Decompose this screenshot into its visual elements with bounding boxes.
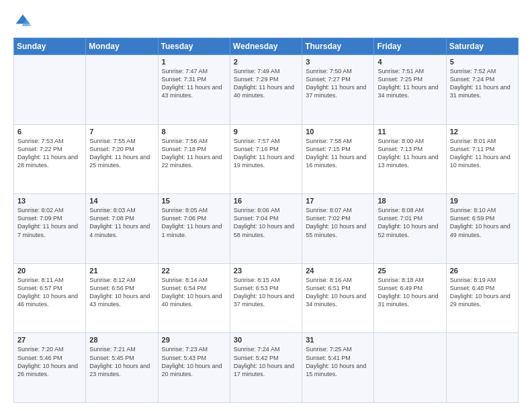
header [13, 12, 519, 31]
calendar-cell: 17Sunrise: 8:07 AMSunset: 7:02 PMDayligh… [302, 194, 374, 264]
calendar-cell: 13Sunrise: 8:02 AMSunset: 7:09 PMDayligh… [14, 194, 86, 264]
page: SundayMondayTuesdayWednesdayThursdayFrid… [0, 0, 532, 411]
calendar-cell: 20Sunrise: 8:11 AMSunset: 6:57 PMDayligh… [14, 263, 86, 333]
cell-info: Sunrise: 8:12 AMSunset: 6:56 PMDaylight:… [89, 276, 154, 309]
calendar-cell: 4Sunrise: 7:51 AMSunset: 7:25 PMDaylight… [374, 55, 446, 125]
cell-info: Sunrise: 8:01 AMSunset: 7:11 PMDaylight:… [450, 137, 515, 170]
cell-info: Sunrise: 7:24 AMSunset: 5:42 PMDaylight:… [234, 345, 298, 378]
calendar-cell: 5Sunrise: 7:52 AMSunset: 7:24 PMDaylight… [446, 55, 518, 125]
calendar-cell: 31Sunrise: 7:25 AMSunset: 5:41 PMDayligh… [302, 333, 374, 403]
calendar-cell: 22Sunrise: 8:14 AMSunset: 6:54 PMDayligh… [158, 263, 230, 333]
calendar-cell: 25Sunrise: 8:18 AMSunset: 6:49 PMDayligh… [374, 263, 446, 333]
day-number: 28 [89, 336, 154, 344]
calendar-cell: 12Sunrise: 8:01 AMSunset: 7:11 PMDayligh… [446, 124, 518, 194]
calendar-day-header-saturday: Saturday [446, 38, 518, 55]
cell-info: Sunrise: 7:55 AMSunset: 7:20 PMDaylight:… [89, 137, 154, 170]
calendar-cell: 9Sunrise: 7:57 AMSunset: 7:16 PMDaylight… [230, 124, 302, 194]
cell-info: Sunrise: 7:58 AMSunset: 7:15 PMDaylight:… [306, 137, 370, 170]
calendar-week-row: 20Sunrise: 8:11 AMSunset: 6:57 PMDayligh… [14, 263, 519, 333]
calendar-cell: 23Sunrise: 8:15 AMSunset: 6:53 PMDayligh… [230, 263, 302, 333]
day-number: 26 [450, 267, 515, 275]
calendar-day-header-monday: Monday [86, 38, 158, 55]
day-number: 22 [162, 267, 226, 275]
cell-info: Sunrise: 8:15 AMSunset: 6:53 PMDaylight:… [234, 276, 298, 309]
calendar-cell: 21Sunrise: 8:12 AMSunset: 6:56 PMDayligh… [86, 263, 158, 333]
day-number: 18 [378, 197, 442, 205]
day-number: 24 [306, 267, 370, 275]
cell-info: Sunrise: 8:00 AMSunset: 7:13 PMDaylight:… [378, 137, 442, 170]
calendar-day-header-tuesday: Tuesday [158, 38, 230, 55]
cell-info: Sunrise: 8:07 AMSunset: 7:02 PMDaylight:… [306, 206, 370, 239]
cell-info: Sunrise: 7:52 AMSunset: 7:24 PMDaylight:… [450, 67, 515, 100]
calendar-cell: 1Sunrise: 7:47 AMSunset: 7:31 PMDaylight… [158, 55, 230, 125]
day-number: 7 [89, 128, 154, 136]
calendar-day-header-wednesday: Wednesday [230, 38, 302, 55]
day-number: 11 [378, 128, 442, 136]
day-number: 16 [234, 197, 298, 205]
calendar-cell: 26Sunrise: 8:19 AMSunset: 6:48 PMDayligh… [446, 263, 518, 333]
day-number: 21 [89, 267, 154, 275]
day-number: 9 [234, 128, 298, 136]
cell-info: Sunrise: 7:47 AMSunset: 7:31 PMDaylight:… [162, 67, 226, 100]
calendar-cell: 24Sunrise: 8:16 AMSunset: 6:51 PMDayligh… [302, 263, 374, 333]
cell-info: Sunrise: 8:16 AMSunset: 6:51 PMDaylight:… [306, 276, 370, 309]
calendar-cell: 29Sunrise: 7:23 AMSunset: 5:43 PMDayligh… [158, 333, 230, 403]
logo [13, 12, 35, 31]
calendar-week-row: 1Sunrise: 7:47 AMSunset: 7:31 PMDaylight… [14, 55, 519, 125]
cell-info: Sunrise: 8:11 AMSunset: 6:57 PMDaylight:… [17, 276, 82, 309]
cell-info: Sunrise: 7:25 AMSunset: 5:41 PMDaylight:… [306, 345, 370, 378]
day-number: 23 [234, 267, 298, 275]
cell-info: Sunrise: 8:10 AMSunset: 6:59 PMDaylight:… [450, 206, 515, 239]
cell-info: Sunrise: 8:19 AMSunset: 6:48 PMDaylight:… [450, 276, 515, 309]
day-number: 6 [17, 128, 82, 136]
day-number: 4 [378, 58, 442, 66]
day-number: 8 [162, 128, 226, 136]
day-number: 19 [450, 197, 515, 205]
cell-info: Sunrise: 8:06 AMSunset: 7:04 PMDaylight:… [234, 206, 298, 239]
day-number: 1 [162, 58, 226, 66]
cell-info: Sunrise: 8:14 AMSunset: 6:54 PMDaylight:… [162, 276, 226, 309]
calendar-cell: 27Sunrise: 7:20 AMSunset: 5:46 PMDayligh… [14, 333, 86, 403]
calendar-day-header-thursday: Thursday [302, 38, 374, 55]
day-number: 12 [450, 128, 515, 136]
cell-info: Sunrise: 8:08 AMSunset: 7:01 PMDaylight:… [378, 206, 442, 239]
logo-icon [13, 12, 32, 31]
calendar-cell [374, 333, 446, 403]
day-number: 17 [306, 197, 370, 205]
calendar-day-header-friday: Friday [374, 38, 446, 55]
calendar-cell: 7Sunrise: 7:55 AMSunset: 7:20 PMDaylight… [86, 124, 158, 194]
day-number: 10 [306, 128, 370, 136]
calendar-cell: 30Sunrise: 7:24 AMSunset: 5:42 PMDayligh… [230, 333, 302, 403]
cell-info: Sunrise: 7:51 AMSunset: 7:25 PMDaylight:… [378, 67, 442, 100]
calendar-week-row: 27Sunrise: 7:20 AMSunset: 5:46 PMDayligh… [14, 333, 519, 403]
cell-info: Sunrise: 8:03 AMSunset: 7:08 PMDaylight:… [89, 206, 154, 239]
day-number: 27 [17, 336, 82, 344]
calendar-day-header-sunday: Sunday [14, 38, 86, 55]
cell-info: Sunrise: 8:02 AMSunset: 7:09 PMDaylight:… [17, 206, 82, 239]
day-number: 30 [234, 336, 298, 344]
calendar-cell: 16Sunrise: 8:06 AMSunset: 7:04 PMDayligh… [230, 194, 302, 264]
calendar-cell: 19Sunrise: 8:10 AMSunset: 6:59 PMDayligh… [446, 194, 518, 264]
calendar-cell: 3Sunrise: 7:50 AMSunset: 7:27 PMDaylight… [302, 55, 374, 125]
day-number: 25 [378, 267, 442, 275]
calendar-cell: 28Sunrise: 7:21 AMSunset: 5:45 PMDayligh… [86, 333, 158, 403]
calendar-cell: 11Sunrise: 8:00 AMSunset: 7:13 PMDayligh… [374, 124, 446, 194]
calendar-cell: 18Sunrise: 8:08 AMSunset: 7:01 PMDayligh… [374, 194, 446, 264]
day-number: 3 [306, 58, 370, 66]
cell-info: Sunrise: 7:23 AMSunset: 5:43 PMDaylight:… [162, 345, 226, 378]
cell-info: Sunrise: 7:53 AMSunset: 7:22 PMDaylight:… [17, 137, 82, 170]
calendar-cell: 6Sunrise: 7:53 AMSunset: 7:22 PMDaylight… [14, 124, 86, 194]
calendar-table: SundayMondayTuesdayWednesdayThursdayFrid… [13, 38, 519, 403]
calendar-cell: 2Sunrise: 7:49 AMSunset: 7:29 PMDaylight… [230, 55, 302, 125]
calendar-cell: 14Sunrise: 8:03 AMSunset: 7:08 PMDayligh… [86, 194, 158, 264]
calendar-week-row: 13Sunrise: 8:02 AMSunset: 7:09 PMDayligh… [14, 194, 519, 264]
day-number: 31 [306, 336, 370, 344]
day-number: 14 [89, 197, 154, 205]
cell-info: Sunrise: 7:20 AMSunset: 5:46 PMDaylight:… [17, 345, 82, 378]
calendar-cell [14, 55, 86, 125]
cell-info: Sunrise: 8:05 AMSunset: 7:06 PMDaylight:… [162, 206, 226, 239]
cell-info: Sunrise: 8:18 AMSunset: 6:49 PMDaylight:… [378, 276, 442, 309]
day-number: 20 [17, 267, 82, 275]
calendar-cell: 10Sunrise: 7:58 AMSunset: 7:15 PMDayligh… [302, 124, 374, 194]
cell-info: Sunrise: 7:57 AMSunset: 7:16 PMDaylight:… [234, 137, 298, 170]
